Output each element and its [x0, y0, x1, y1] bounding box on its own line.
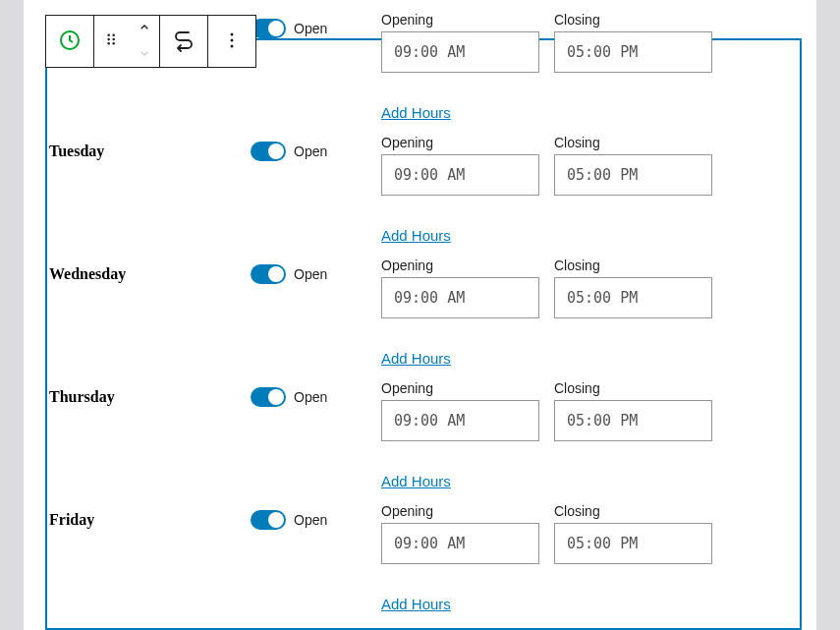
- svg-point-8: [231, 38, 234, 41]
- opening-label: Opening: [381, 503, 539, 519]
- block-toolbar: [45, 15, 256, 68]
- day-name: Thursday: [49, 380, 251, 503]
- closing-input[interactable]: [554, 523, 712, 564]
- closing-input[interactable]: [554, 400, 712, 441]
- toggle-label: Open: [294, 19, 327, 38]
- svg-point-4: [112, 38, 115, 41]
- svg-point-6: [112, 42, 115, 45]
- day-row: Wednesday Open Opening Closing Add Hours: [49, 258, 798, 380]
- opening-label: Opening: [381, 258, 539, 273]
- opening-input[interactable]: [381, 154, 539, 196]
- clock-icon: [58, 29, 82, 55]
- move-up-button[interactable]: [130, 16, 159, 41]
- opening-input[interactable]: [381, 523, 539, 564]
- svg-point-1: [107, 34, 110, 37]
- drag-icon: [102, 29, 122, 53]
- svg-point-2: [112, 34, 115, 37]
- day-row: Thursday Open Opening Closing Add Hours: [49, 380, 798, 503]
- opening-input[interactable]: [381, 31, 539, 73]
- transform-button[interactable]: [160, 16, 207, 67]
- open-toggle[interactable]: [251, 510, 286, 530]
- toggle-label: Open: [294, 142, 327, 161]
- day-name: Wednesday: [49, 258, 251, 380]
- opening-label: Opening: [381, 135, 539, 150]
- chevron-up-icon: [137, 20, 152, 38]
- add-hours-link[interactable]: Add Hours: [381, 227, 451, 244]
- closing-label: Closing: [554, 380, 712, 396]
- more-options-button[interactable]: [208, 16, 255, 67]
- svg-point-7: [231, 32, 234, 35]
- move-down-button[interactable]: [130, 41, 159, 67]
- toggle-label: Open: [294, 510, 327, 530]
- svg-point-5: [107, 42, 110, 45]
- day-name: Tuesday: [49, 135, 251, 258]
- toggle-label: Open: [294, 264, 327, 284]
- day-row: Friday Open Opening Closing Add Hours: [49, 503, 798, 626]
- open-toggle[interactable]: [251, 387, 286, 407]
- drag-handle[interactable]: [94, 16, 130, 67]
- opening-label: Opening: [381, 380, 539, 396]
- more-vertical-icon: [220, 29, 244, 55]
- add-hours-link[interactable]: Add Hours: [381, 350, 451, 367]
- closing-input[interactable]: [554, 154, 712, 196]
- closing-input[interactable]: [554, 277, 712, 318]
- block-type-button[interactable]: [46, 16, 93, 67]
- add-hours-link[interactable]: Add Hours: [381, 473, 451, 489]
- open-toggle[interactable]: [251, 142, 286, 161]
- opening-input[interactable]: [381, 400, 539, 441]
- closing-label: Closing: [554, 135, 712, 150]
- toggle-label: Open: [294, 387, 327, 407]
- closing-label: Closing: [554, 258, 712, 273]
- closing-input[interactable]: [554, 31, 712, 73]
- svg-point-9: [231, 44, 234, 47]
- svg-point-3: [107, 38, 110, 41]
- closing-label: Closing: [554, 503, 712, 519]
- transform-icon: [172, 29, 196, 55]
- open-toggle[interactable]: [251, 264, 286, 284]
- editor-canvas: Monday Open Opening Closing Add Hours: [24, 0, 816, 630]
- add-hours-link[interactable]: Add Hours: [381, 596, 451, 612]
- chevron-down-icon: [137, 45, 152, 64]
- opening-label: Opening: [381, 12, 539, 28]
- opening-input[interactable]: [381, 277, 539, 318]
- add-hours-link[interactable]: Add Hours: [381, 104, 451, 121]
- closing-label: Closing: [554, 12, 712, 28]
- business-hours-block[interactable]: Monday Open Opening Closing Add Hours: [45, 38, 802, 630]
- day-row: Tuesday Open Opening Closing Add Hours: [49, 135, 798, 258]
- day-name: Friday: [49, 503, 251, 626]
